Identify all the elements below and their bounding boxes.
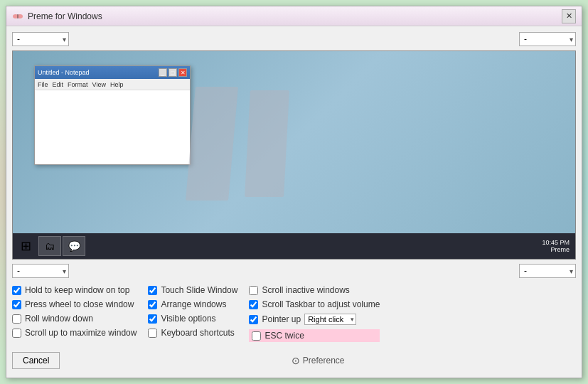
checkbox-column-3: Scroll inactive windows Scroll Taskbar t…: [249, 285, 380, 342]
notepad-minimize[interactable]: _: [159, 68, 167, 77]
main-window: Preme for Windows ✕ - - Untit: [6, 6, 582, 378]
mid-right-dropdown-wrapper: -: [519, 264, 576, 278]
cb-pointer-up[interactable]: [249, 315, 258, 324]
cb-label-press-close: Press wheel to close window: [25, 299, 134, 309]
checkbox-item: Touch Slide Window: [148, 285, 237, 295]
window-title: Preme for Windows: [28, 11, 562, 21]
cb-scroll-inactive[interactable]: [249, 286, 258, 295]
cb-label-esc-twice: ESC twice: [264, 331, 304, 341]
cb-label-roll-down: Roll window down: [25, 314, 93, 324]
preview-area: Untitled - Notepad _ □ ✕ File Edit Forma…: [12, 50, 576, 260]
top-right-dropdown-wrapper: -: [519, 32, 576, 46]
checkbox-column-2: Touch Slide Window Arrange windows Visib…: [148, 285, 237, 342]
esc-twice-row: ESC twice: [249, 329, 380, 342]
shadow-panel-2: [245, 90, 289, 197]
taskbar: ⊞ 🗂 💬 10:45 PM Preme: [13, 233, 575, 259]
cb-visible[interactable]: [148, 314, 157, 324]
cb-label-scroll-inactive: Scroll inactive windows: [262, 285, 349, 295]
cb-label-keyboard: Keyboard shortcuts: [161, 328, 234, 338]
cb-arrange[interactable]: [148, 300, 157, 309]
cancel-button[interactable]: Cancel: [12, 352, 60, 369]
taskbar-app-1[interactable]: 🗂: [38, 236, 61, 256]
cb-scroll-taskbar[interactable]: [249, 300, 258, 309]
cb-label-pointer-up: Pointer up: [262, 314, 301, 324]
cb-roll-down[interactable]: [12, 314, 21, 324]
checkbox-item: Arrange windows: [148, 299, 237, 309]
checkbox-item: Scroll Taskbar to adjust volume: [249, 299, 380, 309]
mid-right-dropdown[interactable]: -: [519, 264, 576, 278]
notepad-close[interactable]: ✕: [178, 68, 187, 77]
cb-touch-slide[interactable]: [148, 286, 157, 295]
checkbox-item: Press wheel to close window: [12, 299, 137, 309]
notepad-title: Untitled - Notepad: [38, 69, 159, 76]
start-button[interactable]: ⊞: [16, 236, 36, 256]
cb-scroll-max[interactable]: [12, 329, 21, 338]
checkbox-item: Visible options: [148, 314, 237, 324]
titlebar: Preme for Windows ✕: [6, 6, 582, 26]
close-button[interactable]: ✕: [562, 9, 576, 23]
bottom-row: Cancel ⊙ Preference: [12, 349, 576, 372]
menu-view[interactable]: View: [92, 81, 106, 88]
checkbox-item: Hold to keep window on top: [12, 285, 137, 295]
notepad-body: [35, 90, 190, 93]
mid-left-dropdown-wrapper: -: [12, 264, 69, 278]
menu-format[interactable]: Format: [68, 81, 88, 88]
notepad-maximize[interactable]: □: [169, 68, 177, 77]
checkbox-item: Scroll up to maximize window: [12, 328, 137, 338]
checkbox-item: Scroll inactive windows: [249, 285, 380, 295]
mid-left-dropdown[interactable]: -: [12, 264, 69, 278]
top-dropdowns-row: - -: [12, 32, 576, 46]
top-left-dropdown[interactable]: -: [12, 32, 69, 46]
cb-hold-top[interactable]: [12, 286, 21, 295]
cb-label-hold-top: Hold to keep window on top: [25, 285, 129, 295]
notepad-controls: _ □ ✕: [159, 68, 187, 77]
cb-label-scroll-taskbar: Scroll Taskbar to adjust volume: [262, 299, 380, 309]
checkbox-item: Keyboard shortcuts: [148, 328, 237, 338]
checkbox-column-1: Hold to keep window on top Press wheel t…: [12, 285, 137, 342]
notepad-window: Untitled - Notepad _ □ ✕ File Edit Forma…: [34, 65, 191, 165]
main-content: - - Untitled - Notepad _ □: [6, 26, 582, 378]
preference-label: Preference: [303, 356, 345, 366]
top-left-dropdown-wrapper: -: [12, 32, 69, 46]
notepad-menubar: File Edit Format View Help: [35, 79, 190, 90]
top-right-dropdown[interactable]: -: [519, 32, 576, 46]
taskbar-apps: 🗂 💬: [38, 236, 85, 256]
cb-esc-twice[interactable]: [252, 331, 261, 341]
desktop-preview: Untitled - Notepad _ □ ✕ File Edit Forma…: [13, 51, 575, 233]
taskbar-brand: Preme: [542, 246, 570, 253]
shadow-panel-1: [186, 87, 238, 201]
menu-help[interactable]: Help: [110, 81, 124, 88]
taskbar-app-2[interactable]: 💬: [63, 236, 85, 256]
cb-label-touch-slide: Touch Slide Window: [161, 285, 237, 295]
menu-file[interactable]: File: [38, 81, 48, 88]
cb-press-close[interactable]: [12, 300, 21, 309]
preference-link[interactable]: ⊙ Preference: [292, 355, 345, 366]
middle-dropdowns-row: - -: [12, 264, 576, 278]
checkboxes-section: Hold to keep window on top Press wheel t…: [12, 282, 576, 345]
cb-label-visible: Visible options: [161, 314, 215, 324]
checkbox-item: Roll window down: [12, 314, 137, 324]
cb-keyboard[interactable]: [148, 329, 157, 338]
menu-edit[interactable]: Edit: [53, 81, 64, 88]
notepad-titlebar: Untitled - Notepad _ □ ✕: [35, 66, 190, 79]
taskbar-clock: 10:45 PM Preme: [542, 239, 572, 253]
pointer-up-dropdown-wrapper: Right click Left click: [304, 314, 356, 325]
taskbar-time: 10:45 PM: [542, 239, 570, 246]
pointer-up-dropdown[interactable]: Right click Left click: [304, 314, 356, 325]
cb-label-arrange: Arrange windows: [161, 299, 226, 309]
checkbox-item: Pointer up Right click Left click: [249, 314, 380, 325]
cb-label-scroll-max: Scroll up to maximize window: [25, 328, 137, 338]
app-icon: [12, 11, 23, 22]
preference-chevron-icon: ⊙: [292, 355, 300, 366]
